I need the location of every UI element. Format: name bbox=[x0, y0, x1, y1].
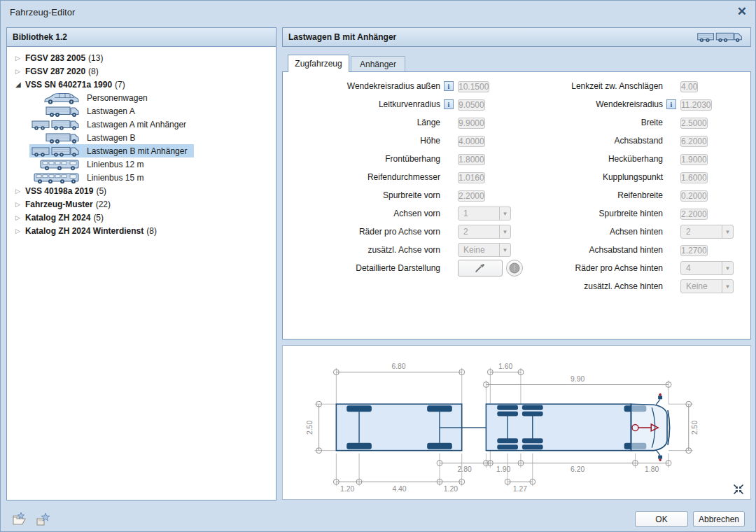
select-value: 2 bbox=[681, 225, 722, 238]
tree-group-katalog-zh-2024-winterdienst[interactable]: ▷ Katalog ZH 2024 Winterdienst (8) bbox=[8, 224, 274, 237]
wendekreisradius-aussen-input[interactable]: 10.1500 bbox=[458, 81, 489, 92]
form-column-left: Wendekreisradius außen i 10.1500 Leitkur… bbox=[288, 77, 523, 277]
chevron-right-icon[interactable]: ▷ bbox=[15, 214, 25, 221]
close-icon[interactable]: ✕ bbox=[737, 6, 747, 18]
chevron-down-icon[interactable]: ▼ bbox=[499, 207, 510, 220]
info-icon[interactable]: i bbox=[444, 99, 454, 109]
dim-trailer-rear-overhang: 1.20 bbox=[340, 485, 354, 493]
chevron-down-icon[interactable]: ▼ bbox=[499, 244, 510, 256]
wendekreisradius-input[interactable]: 11.2030 bbox=[680, 99, 712, 111]
field-label: Wendekreisradius außen bbox=[288, 81, 440, 91]
zusaetzl-achse-hinten-select[interactable]: Keine ▼ bbox=[680, 279, 734, 293]
raeder-pro-achse-vorn-select[interactable]: 2 ▼ bbox=[458, 225, 511, 239]
pick-style-button[interactable] bbox=[458, 260, 503, 276]
group-label: FGSV 283 2005 bbox=[25, 53, 85, 63]
group-count: (7) bbox=[115, 80, 125, 90]
field-label: Frontüberhang bbox=[288, 154, 440, 164]
tree-item-lastwagen-b-mit-anhaenger[interactable]: Lastwagen B mit Anhänger bbox=[8, 144, 274, 158]
fahrzeug-editor-dialog: Fahrzeug-Editor ✕ Bibliothek 1.2 ▷ FGSV … bbox=[0, 0, 756, 532]
dim-width-right: 2.50 bbox=[691, 421, 699, 435]
chevron-down-icon[interactable]: ▼ bbox=[722, 225, 733, 238]
mirror-marker bbox=[659, 458, 662, 461]
chevron-down-icon[interactable]: ▼ bbox=[499, 225, 510, 238]
heckueberhang-input[interactable]: 1.9000 bbox=[680, 154, 708, 165]
field-label: Breite bbox=[519, 118, 663, 127]
reifendurchmesser-input[interactable]: 1.0160 bbox=[458, 172, 485, 183]
dim-truck-length: 9.90 bbox=[570, 375, 584, 383]
vehicle-panel-header: Lastwagen B mit Anhänger bbox=[282, 27, 751, 47]
laenge-input[interactable]: 9.9000 bbox=[458, 118, 485, 129]
field-label: zusätzl. Achse hinten bbox=[519, 281, 663, 291]
info-icon[interactable]: i bbox=[444, 81, 454, 91]
achsabstand-hinten-input[interactable]: 1.2700 bbox=[680, 245, 708, 256]
tab-label: Zugfahrzeug bbox=[295, 59, 342, 69]
vehicle-title: Lastwagen B mit Anhänger bbox=[288, 32, 396, 42]
breite-input[interactable]: 2.5000 bbox=[680, 118, 708, 129]
chevron-right-icon[interactable]: ▷ bbox=[15, 188, 25, 195]
achsabstand-input[interactable]: 6.2000 bbox=[680, 136, 708, 147]
truck-icon bbox=[31, 132, 81, 144]
chevron-expanded-icon[interactable]: ◢ bbox=[15, 80, 25, 88]
spurbreite-vorn-input[interactable]: 2.2000 bbox=[458, 190, 485, 202]
achsen-hinten-select[interactable]: 2 ▼ bbox=[680, 225, 734, 239]
cancel-button[interactable]: Abbrechen bbox=[693, 511, 745, 527]
tree-group-fgsv287[interactable]: ▷ FGSV 287 2020 (8) bbox=[8, 64, 274, 78]
select-value: 4 bbox=[681, 262, 722, 274]
tree-group-fgsv283[interactable]: ▷ FGSV 283 2005 (13) bbox=[8, 51, 274, 64]
hoehe-input[interactable]: 4.0000 bbox=[458, 136, 485, 147]
chevron-right-icon[interactable]: ▷ bbox=[15, 55, 25, 62]
form-row: Achsen hinten 2 ▼ bbox=[519, 223, 734, 241]
group-count: (13) bbox=[88, 53, 103, 63]
title-bar: Fahrzeug-Editor ✕ bbox=[1, 1, 755, 24]
field-label: Achsabstand hinten bbox=[519, 245, 663, 255]
tree-group-vss-40198a[interactable]: ▷ VSS 40198a 2019 (5) bbox=[8, 184, 274, 197]
dim-axle-to-coupling: 2.80 bbox=[458, 465, 472, 473]
tab-anhaenger[interactable]: Anhänger bbox=[351, 56, 405, 72]
tree-group-vss-sn640271a[interactable]: ◢ VSS SN 640271a 1990 (7) bbox=[8, 78, 274, 91]
tree-item-label: Linienbus 15 m bbox=[87, 173, 144, 183]
spurbreite-hinten-input[interactable]: 2.2000 bbox=[680, 209, 708, 220]
field-label: Spurbreite vorn bbox=[288, 190, 440, 200]
tree-item-personenwagen[interactable]: Personenwagen bbox=[8, 91, 274, 104]
info-icon[interactable]: i bbox=[666, 99, 676, 109]
tree-item-label: Personenwagen bbox=[87, 93, 148, 103]
tab-label: Anhänger bbox=[360, 59, 396, 69]
group-count: (5) bbox=[93, 213, 104, 223]
form-row: Wendekreisradius i 11.2030 bbox=[519, 95, 734, 113]
tree-group-katalog-zh-2024[interactable]: ▷ Katalog ZH 2024 (5) bbox=[8, 211, 274, 224]
tree-item-linienbus-12m[interactable]: Linienbus 12 m bbox=[8, 158, 274, 171]
lenkzeit-input[interactable]: 4.00 bbox=[680, 81, 698, 92]
select-value: Keine bbox=[458, 244, 499, 256]
select-value: Keine bbox=[681, 280, 722, 293]
tree-item-label: Lastwagen A bbox=[87, 106, 135, 116]
leitkurvenradius-input[interactable]: 9.0500 bbox=[458, 99, 485, 111]
chevron-down-icon[interactable]: ▼ bbox=[722, 280, 733, 293]
ok-label: OK bbox=[655, 514, 667, 524]
tree-item-linienbus-15m[interactable]: Linienbus 15 m bbox=[8, 171, 274, 184]
fit-to-view-icon[interactable] bbox=[733, 484, 744, 495]
kupplungspunkt-input[interactable]: 1.6000 bbox=[680, 172, 708, 183]
tree-group-fahrzeug-muster[interactable]: ▷ Fahrzeug-Muster (22) bbox=[8, 197, 274, 211]
frontueberhang-input[interactable]: 1.8000 bbox=[458, 154, 485, 165]
zugfahrzeug-form: Wendekreisradius außen i 10.1500 Leitkur… bbox=[282, 71, 751, 340]
achsen-vorn-select[interactable]: 1 ▼ bbox=[458, 206, 511, 220]
dim-trailer-front-overhang: 1.20 bbox=[444, 485, 458, 493]
ok-button[interactable]: OK bbox=[635, 511, 688, 527]
tab-zugfahrzeug[interactable]: Zugfahrzeug bbox=[288, 55, 349, 72]
tree-item-lastwagen-b[interactable]: Lastwagen B bbox=[8, 131, 274, 144]
vehicle-plan-drawing: 6.80 1.60 9.90 2.50 2.50 2.80 1.90 6.20 … bbox=[283, 346, 750, 499]
form-row: Spurbreite vorn 2.2000 bbox=[288, 186, 523, 204]
raeder-pro-achse-hinten-select[interactable]: 4 ▼ bbox=[680, 261, 734, 275]
tree-item-lastwagen-a[interactable]: Lastwagen A bbox=[8, 104, 274, 118]
bus-icon bbox=[31, 158, 81, 171]
chevron-right-icon[interactable]: ▷ bbox=[15, 68, 25, 75]
chevron-right-icon[interactable]: ▷ bbox=[15, 201, 25, 208]
zusaetzl-achse-vorn-select[interactable]: Keine ▼ bbox=[458, 243, 511, 257]
tree-item-lastwagen-a-mit-anhaenger[interactable]: Lastwagen A mit Anhänger bbox=[8, 118, 274, 131]
reifenbreite-input[interactable]: 0.2000 bbox=[680, 190, 708, 202]
form-row: Räder pro Achse hinten 4 ▼ bbox=[519, 259, 734, 277]
chevron-down-icon[interactable]: ▼ bbox=[722, 262, 733, 274]
open-favorite-icon[interactable] bbox=[12, 512, 29, 527]
chevron-right-icon[interactable]: ▷ bbox=[15, 227, 25, 234]
save-favorite-icon[interactable] bbox=[35, 512, 52, 527]
